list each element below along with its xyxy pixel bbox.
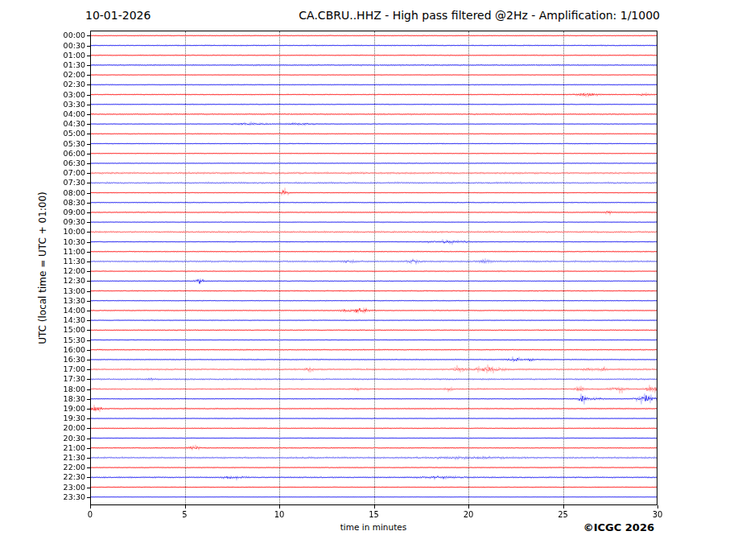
y-tick-mark	[87, 291, 90, 292]
y-tick-label: 07:00	[50, 169, 85, 177]
y-tick-mark	[87, 193, 90, 194]
x-tick-mark	[90, 505, 91, 509]
y-tick-mark	[87, 311, 90, 311]
y-tick-label: 13:30	[50, 297, 85, 305]
y-tick-mark	[87, 95, 90, 96]
y-tick-mark	[87, 330, 90, 331]
y-tick-mark	[87, 134, 90, 134]
y-tick-mark	[87, 84, 90, 85]
y-tick-mark	[87, 261, 90, 262]
y-tick-mark	[87, 35, 90, 36]
y-tick-mark	[87, 154, 90, 154]
y-tick-label: 11:30	[50, 257, 85, 266]
y-tick-label: 09:30	[50, 218, 85, 226]
y-tick-mark	[87, 212, 90, 213]
y-tick-label: 11:00	[50, 248, 85, 256]
x-tick-label: 5	[173, 510, 197, 519]
y-tick-mark	[87, 281, 90, 282]
y-tick-mark	[87, 340, 90, 341]
y-tick-label: 23:30	[50, 493, 85, 501]
y-tick-label: 15:30	[50, 336, 85, 344]
y-tick-label: 00:30	[50, 42, 85, 50]
y-tick-mark	[87, 379, 90, 380]
y-tick-label: 17:00	[50, 365, 85, 373]
y-tick-mark	[87, 320, 90, 321]
y-tick-mark	[87, 232, 90, 233]
x-tick-mark	[657, 505, 658, 509]
x-tick-mark	[563, 505, 564, 509]
y-tick-label: 16:30	[50, 356, 85, 364]
x-tick-label: 25	[551, 510, 575, 519]
y-tick-label: 09:00	[50, 208, 85, 216]
y-tick-label: 01:00	[50, 51, 85, 60]
y-tick-label: 14:00	[50, 307, 85, 315]
y-tick-label: 20:30	[50, 434, 85, 443]
y-tick-mark	[87, 399, 90, 400]
y-tick-mark	[87, 488, 90, 488]
y-tick-label: 19:00	[50, 405, 85, 413]
y-tick-label: 08:00	[50, 189, 85, 197]
y-tick-mark	[87, 409, 90, 410]
y-tick-label: 05:00	[50, 130, 85, 138]
y-tick-label: 10:30	[50, 238, 85, 246]
y-tick-label: 23:00	[50, 484, 85, 492]
y-tick-mark	[87, 163, 90, 164]
y-tick-mark	[87, 418, 90, 419]
y-tick-label: 03:30	[50, 101, 85, 109]
x-tick-label: 10	[267, 510, 291, 519]
y-tick-mark	[87, 144, 90, 145]
y-tick-label: 01:30	[50, 61, 85, 69]
y-tick-mark	[87, 271, 90, 272]
y-tick-mark	[87, 75, 90, 76]
y-tick-mark	[87, 222, 90, 223]
y-tick-label: 22:00	[50, 463, 85, 471]
y-tick-mark	[87, 183, 90, 183]
seismogram-trace-canvas	[0, 0, 746, 560]
y-tick-label: 12:00	[50, 267, 85, 275]
y-tick-label: 05:30	[50, 140, 85, 148]
y-tick-label: 04:30	[50, 120, 85, 128]
y-tick-label: 10:00	[50, 228, 85, 236]
y-tick-mark	[87, 497, 90, 498]
y-tick-label: 20:00	[50, 424, 85, 432]
y-tick-mark	[87, 389, 90, 390]
y-tick-label: 16:00	[50, 346, 85, 354]
x-tick-mark	[185, 505, 186, 509]
x-tick-label: 20	[456, 510, 480, 519]
y-tick-label: 06:30	[50, 159, 85, 167]
y-tick-mark	[87, 114, 90, 115]
y-tick-mark	[87, 477, 90, 478]
y-tick-mark	[87, 369, 90, 370]
x-tick-label: 0	[78, 510, 102, 519]
y-tick-label: 02:30	[50, 80, 85, 89]
x-tick-mark	[468, 505, 469, 509]
y-tick-label: 00:00	[50, 31, 85, 39]
y-tick-mark	[87, 242, 90, 243]
x-tick-label: 15	[362, 510, 386, 519]
y-tick-label: 03:00	[50, 91, 85, 99]
y-tick-label: 13:00	[50, 287, 85, 295]
y-tick-label: 06:00	[50, 150, 85, 158]
y-tick-mark	[87, 56, 90, 56]
y-tick-mark	[87, 350, 90, 351]
y-tick-label: 19:30	[50, 414, 85, 422]
y-tick-label: 21:00	[50, 444, 85, 452]
y-tick-mark	[87, 467, 90, 468]
x-tick-mark	[279, 505, 280, 509]
y-tick-mark	[87, 46, 90, 47]
y-tick-mark	[87, 448, 90, 449]
y-tick-label: 07:30	[50, 179, 85, 187]
y-tick-mark	[87, 439, 90, 439]
y-tick-label: 22:30	[50, 473, 85, 481]
x-tick-mark	[374, 505, 375, 509]
y-tick-label: 17:30	[50, 375, 85, 383]
y-tick-label: 12:30	[50, 277, 85, 285]
y-tick-label: 14:30	[50, 316, 85, 324]
y-tick-label: 15:00	[50, 326, 85, 334]
y-tick-mark	[87, 360, 90, 360]
y-tick-mark	[87, 105, 90, 105]
y-tick-mark	[87, 428, 90, 429]
y-tick-label: 04:00	[50, 110, 85, 118]
y-tick-mark	[87, 124, 90, 125]
y-tick-mark	[87, 252, 90, 253]
